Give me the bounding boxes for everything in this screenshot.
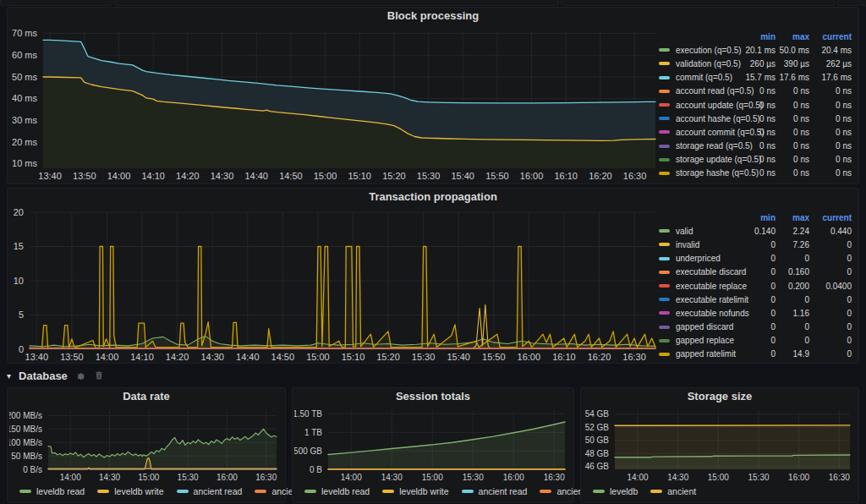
series-color-swatch: [593, 490, 605, 493]
legend-row[interactable]: storage hashe (q=0.5)0 ns0 ns0 ns: [659, 167, 852, 180]
legend-header-current[interactable]: current: [809, 32, 852, 41]
legend-row[interactable]: gapped ratelimit014.90: [659, 348, 852, 361]
data-rate-chart[interactable]: 0 B/s50 MB/s100 MB/s150 MB/s200 MB/s14:0…: [9, 405, 283, 483]
block-processing-chart[interactable]: 10 ms20 ms30 ms40 ms50 ms60 ms70 ms13:40…: [9, 26, 662, 182]
svg-text:20 ms: 20 ms: [12, 137, 37, 147]
legend-row[interactable]: validation (q=0.5)260 µs390 µs262 µs: [659, 57, 852, 70]
session-totals-chart[interactable]: 0 B500 GB1 TB1.50 TB14:0014:3015:0015:30…: [294, 405, 572, 483]
legend-header-max[interactable]: max: [776, 213, 809, 222]
legend-item[interactable]: leveldb write: [97, 486, 163, 496]
legend-row[interactable]: commit (q=0.5)15.7 ms17.6 ms17.6 ms: [659, 71, 852, 85]
legend-row[interactable]: storage update (q=0.5)0 ns0 ns0 ns: [659, 153, 852, 167]
legend-current-value: 0: [809, 267, 852, 277]
data-rate-chart-svg[interactable]: 0 B/s50 MB/s100 MB/s150 MB/s200 MB/s14:0…: [9, 405, 283, 483]
legend-row[interactable]: gapped discard000: [659, 320, 852, 334]
legend-series-label[interactable]: account hashe (q=0.5): [676, 114, 737, 123]
legend-item[interactable]: leveldb read: [304, 486, 370, 496]
legend-series-label[interactable]: storage update (q=0.5): [676, 155, 737, 164]
legend-series-label[interactable]: execution (q=0.5): [676, 46, 737, 55]
legend-item[interactable]: leveldb write: [382, 486, 448, 496]
gear-icon[interactable]: [75, 370, 86, 381]
legend-row[interactable]: account commit (q=0.5)0 ns0 ns0 ns: [659, 125, 852, 139]
series-fill-gapped-ratelimit: [30, 247, 655, 350]
legend-row[interactable]: gapped replace000: [659, 334, 852, 348]
panel-title-data-rate[interactable]: Data rate: [8, 388, 285, 405]
legend-series-label[interactable]: gapped ratelimit: [676, 349, 737, 359]
svg-text:15:10: 15:10: [342, 352, 365, 362]
block-processing-chart-svg[interactable]: 10 ms20 ms30 ms40 ms50 ms60 ms70 ms13:40…: [9, 26, 662, 182]
chevron-down-icon[interactable]: ▾: [7, 371, 11, 381]
svg-text:14:20: 14:20: [166, 352, 189, 362]
legend-row[interactable]: valid0.1402.240.440: [659, 224, 852, 238]
svg-text:5: 5: [19, 310, 24, 320]
legend-item[interactable]: leveldb: [593, 486, 638, 496]
legend-max-value: 1.16: [776, 309, 809, 318]
legend-row[interactable]: executable discard00.1600: [659, 266, 852, 279]
legend-max-value: 0 ns: [776, 141, 809, 151]
legend-series-label[interactable]: executable nofunds: [676, 309, 737, 318]
legend-row[interactable]: executable replace00.2000.0400: [659, 279, 852, 293]
svg-text:15:00: 15:00: [422, 473, 443, 482]
svg-text:15:00: 15:00: [138, 473, 159, 482]
legend-series-label[interactable]: executable discard: [676, 267, 737, 277]
legend-series-label[interactable]: account read (q=0.5): [676, 86, 737, 96]
legend-row[interactable]: account update (q=0.5)0 ns0 ns0 ns: [659, 98, 852, 112]
panel-title-storage-size[interactable]: Storage size: [581, 388, 858, 405]
svg-text:15:30: 15:30: [417, 171, 441, 181]
legend-item[interactable]: ancient read: [177, 486, 243, 496]
legend-row[interactable]: executable nofunds01.160: [659, 306, 852, 320]
transaction-propagation-chart[interactable]: 0510152013:4013:5014:0014:1014:2014:3014…: [9, 207, 662, 363]
legend-row[interactable]: underpriced000: [659, 252, 852, 266]
legend-row[interactable]: account read (q=0.5)0 ns0 ns0 ns: [659, 85, 852, 98]
legend-series-label[interactable]: gapped replace: [676, 336, 737, 345]
legend-min-value: 0: [737, 322, 776, 331]
legend-header-min[interactable]: min: [737, 32, 776, 41]
legend-series-label[interactable]: validation (q=0.5): [676, 59, 737, 68]
svg-text:16:00: 16:00: [503, 473, 524, 482]
legend-header-max[interactable]: max: [776, 32, 809, 41]
svg-text:14:20: 14:20: [176, 171, 200, 181]
storage-size-chart[interactable]: 46 GB48 GB50 GB52 GB54 GB14:0014:3015:00…: [583, 405, 857, 483]
legend-item[interactable]: leveldb read: [19, 486, 85, 496]
session-totals-chart-svg[interactable]: 0 B500 GB1 TB1.50 TB14:0014:3015:0015:30…: [294, 405, 572, 483]
legend-row[interactable]: invalid07.260: [659, 238, 852, 251]
svg-text:50 GB: 50 GB: [585, 436, 610, 445]
legend-current-value: 0: [809, 322, 852, 331]
svg-text:15:00: 15:00: [314, 171, 337, 181]
trash-icon[interactable]: [94, 370, 105, 381]
legend-row[interactable]: executable ratelimit000: [659, 293, 852, 306]
legend-series-label[interactable]: underpriced: [676, 254, 737, 263]
legend-max-value: 0.200: [776, 282, 809, 291]
legend-row[interactable]: account hashe (q=0.5)0 ns0 ns0 ns: [659, 112, 852, 125]
legend-row[interactable]: execution (q=0.5)20.1 ms50.0 ms20.4 ms: [659, 43, 852, 57]
legend-series-label[interactable]: account commit (q=0.5): [676, 128, 737, 137]
panel-title-session-totals[interactable]: Session totals: [293, 388, 573, 405]
legend-series-label[interactable]: gapped discard: [676, 322, 737, 331]
svg-text:70 ms: 70 ms: [12, 28, 37, 38]
legend-series-label[interactable]: executable ratelimit: [676, 295, 737, 304]
legend-max-value: 0: [776, 295, 809, 304]
transaction-propagation-chart-svg[interactable]: 0510152013:4013:5014:0014:1014:2014:3014…: [9, 207, 662, 363]
svg-text:10 ms: 10 ms: [12, 158, 37, 168]
legend-row[interactable]: storage read (q=0.5)0 ns0 ns0 ns: [659, 140, 852, 153]
series-color-swatch: [659, 62, 670, 65]
legend-series-label[interactable]: storage read (q=0.5): [676, 141, 737, 151]
legend-series-label[interactable]: account update (q=0.5): [676, 101, 737, 110]
series-color-swatch: [659, 117, 670, 120]
legend-item[interactable]: ancient: [650, 486, 696, 496]
panel-title-transaction-propagation[interactable]: Transaction propagation: [8, 189, 858, 205]
legend-item[interactable]: ancient read: [462, 486, 528, 496]
legend-header: minmaxcurrent: [659, 211, 852, 224]
legend-series-label[interactable]: commit (q=0.5): [676, 73, 737, 82]
panel-title-block-processing[interactable]: Block processing: [8, 8, 858, 25]
legend-header-current[interactable]: current: [809, 213, 852, 222]
legend-series-label[interactable]: storage hashe (q=0.5): [676, 168, 737, 178]
legend-series-label[interactable]: valid: [676, 227, 737, 236]
svg-text:14:00: 14:00: [96, 352, 119, 362]
legend-header-min[interactable]: min: [737, 213, 776, 222]
storage-size-chart-svg[interactable]: 46 GB48 GB50 GB52 GB54 GB14:0014:3015:00…: [583, 405, 857, 483]
svg-text:16:00: 16:00: [520, 171, 544, 181]
legend-series-label[interactable]: invalid: [676, 240, 737, 249]
row-database-title[interactable]: Database: [19, 370, 68, 382]
legend-series-label[interactable]: executable replace: [676, 282, 737, 291]
